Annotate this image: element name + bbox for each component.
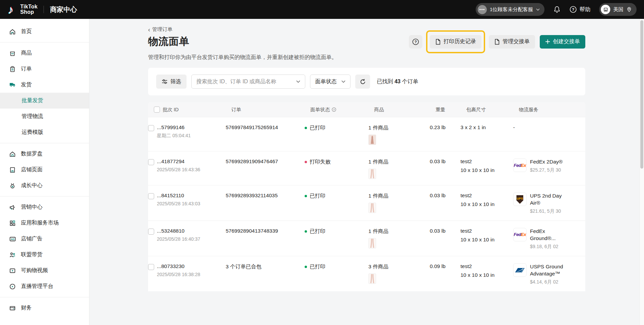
status-cell: 已打印 [305, 193, 368, 200]
filter-bar: 筛选 搜索批次 ID、订单 ID 或商品名称 面单状态 [148, 68, 585, 95]
medal-icon [9, 182, 16, 189]
package-size: 3 x 2 x 1 in [460, 124, 513, 130]
package-size: 10 x 10 x 10 in [460, 272, 513, 278]
package-name: test2 [460, 228, 513, 234]
sidebar-item-shipping[interactable]: 发货 [0, 77, 89, 93]
sidebar-item-app-market[interactable]: 应用和服务市场 [0, 215, 89, 231]
filter-button[interactable]: 筛选 [156, 75, 187, 89]
weight: 0.03 lb [430, 158, 460, 165]
scrollbar-thumb[interactable] [640, 20, 643, 169]
product-thumbnail[interactable] [368, 203, 376, 213]
label-status-select[interactable]: 面单状态 [310, 75, 351, 89]
sidebar-divider [0, 42, 89, 42]
sidebar-item-home[interactable]: 首页 [0, 24, 89, 39]
sidebar-item-orders[interactable]: 订单 [0, 61, 89, 77]
item-count: 1 件商品 [368, 124, 430, 131]
truck-icon [9, 81, 16, 89]
sidebar-item-products[interactable]: 商品 [0, 45, 89, 61]
column-weight: 重量 [436, 107, 466, 113]
region-label: 美国 [613, 6, 623, 13]
region-selector[interactable]: 美国 [599, 3, 637, 16]
row-checkbox[interactable] [148, 159, 154, 165]
column-order: 订单 [231, 107, 310, 113]
manage-handover-button[interactable]: 管理交接单 [489, 35, 535, 49]
row-checkbox[interactable] [148, 125, 154, 131]
batch-id: ...57999146 [157, 124, 226, 130]
result-count: 43 [394, 79, 400, 84]
help-label: 帮助 [580, 6, 590, 13]
app-title: 商家中心 [50, 5, 77, 14]
product-thumbnail[interactable] [368, 135, 376, 145]
sidebar-item-finance[interactable]: 财务 [0, 300, 89, 316]
sidebar-item-shoppable-videos[interactable]: 可购物视频 [0, 263, 89, 278]
sidebar-item-shipping-templates[interactable]: 运费模版 [0, 124, 89, 140]
sidebar-item-data-compass[interactable]: 数据罗盘 [0, 146, 89, 162]
customer-service-label: 1位顾客未分配客服 [490, 6, 533, 13]
product-thumbnail[interactable] [368, 273, 376, 284]
sidebar-item-label: 店铺广告 [21, 235, 43, 242]
service-cell: USPS Ground Advantage™ $4.14, 6月 02 [513, 263, 585, 285]
megaphone-icon [9, 204, 16, 211]
document-icon [494, 39, 500, 45]
batch-id: ...53248810 [157, 228, 226, 234]
status-cell: 已打印 [305, 263, 368, 270]
sidebar-item-manage-logistics[interactable]: 管理物流 [0, 109, 89, 124]
sidebar-divider [0, 143, 89, 143]
tiktok-note-icon: ♪♪♪ [7, 3, 18, 16]
status-dot [305, 127, 307, 129]
row-checkbox[interactable] [148, 264, 154, 270]
sidebar-item-shop-ads[interactable]: AD 店铺广告 [0, 231, 89, 247]
page-scrollbar[interactable] [639, 19, 644, 325]
page-description: 管理和打印你为由平台发货订单购买的物流面单，并重新创建被拒的物流面单。 [148, 54, 585, 61]
refresh-icon [360, 79, 366, 85]
ad-icon: AD [9, 235, 16, 243]
status-select-label: 面单状态 [315, 78, 337, 85]
tiktok-shop-logo[interactable]: ♪♪♪ TikTok Shop [7, 3, 37, 16]
home-icon [9, 28, 16, 35]
video-icon [9, 267, 16, 274]
usps-logo [513, 263, 527, 277]
sidebar-item-label: 直播管理平台 [21, 283, 53, 290]
row-checkbox[interactable] [148, 193, 154, 199]
help-button[interactable]: ? 帮助 [569, 6, 590, 13]
batch-time: 2025/05/28 16:38:28 [157, 272, 226, 277]
search-input[interactable]: 搜索批次 ID、订单 ID 或商品名称 [191, 75, 305, 89]
sidebar-item-batch-shipping[interactable]: 批量发货 [0, 93, 89, 109]
product-thumbnail[interactable] [368, 238, 376, 248]
sidebar-item-shop-page[interactable]: 店铺页面 [0, 162, 89, 178]
status-dot [305, 161, 307, 163]
create-handover-button[interactable]: 创建交接单 [540, 35, 585, 49]
info-icon[interactable]: ? [332, 107, 336, 112]
sidebar-item-label: 批量发货 [22, 97, 43, 104]
sidebar-item-affiliate[interactable]: 联盟带货 [0, 247, 89, 263]
header-checkbox[interactable] [154, 107, 160, 113]
column-batch-id: 批次 ID [163, 107, 231, 113]
create-handover-label: 创建交接单 [553, 38, 580, 45]
help-circle-button[interactable]: ? [409, 35, 422, 49]
notifications-button[interactable] [553, 6, 561, 13]
table-row: ...57999146 星期二 05:04:41 576997849175265… [148, 117, 585, 151]
batch-id: ...84152110 [157, 193, 226, 199]
order-id: 576992890413748339 [226, 228, 305, 234]
product-thumbnail[interactable] [368, 169, 376, 179]
reset-button[interactable] [355, 75, 370, 89]
sidebar-item-label: 财务 [21, 304, 32, 312]
table-header-row: 批次 ID 订单 面单状态 ? 商品 重量 包裹尺寸 物流服务 [148, 102, 585, 117]
order-id: 576997849175265914 [226, 124, 305, 130]
package-size: 10 x 10 x 10 in [460, 237, 513, 243]
sidebar-item-live-management[interactable]: 直播管理平台 [0, 278, 89, 294]
batch-time: 2025/05/28 16:43:03 [157, 201, 226, 206]
sidebar-item-growth-center[interactable]: 成长中心 [0, 178, 89, 194]
top-bar: ♪♪♪ TikTok Shop 商家中心 ••• 1位顾客未分配客服 ? 帮助 [0, 0, 644, 19]
row-checkbox[interactable] [148, 229, 154, 235]
service-cell: FedEx FedEx 2Day® $25.27, 5月 30 [513, 158, 585, 173]
status-label: 已打印 [310, 124, 326, 131]
sidebar-item-marketing-center[interactable]: 营销中心 [0, 199, 89, 215]
filter-label: 筛选 [170, 78, 181, 85]
brand-line1: TikTok [20, 4, 37, 9]
sidebar-item-label: 订单 [21, 65, 32, 72]
print-history-button[interactable]: 打印历史记录 [430, 35, 481, 49]
sidebar-item-label: 运费模版 [22, 129, 43, 136]
breadcrumb[interactable]: ‹ 管理订单 [148, 26, 585, 33]
customer-service-dropdown[interactable]: ••• 1位顾客未分配客服 [476, 3, 544, 16]
